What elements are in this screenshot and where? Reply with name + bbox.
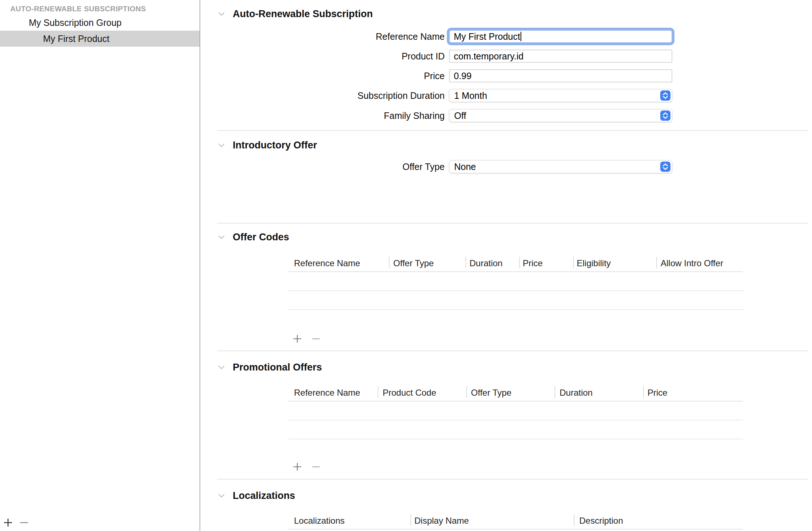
offer-type-popup[interactable]: None bbox=[449, 160, 672, 173]
column-divider bbox=[573, 257, 574, 268]
reference-name-value: My First Product bbox=[454, 31, 520, 42]
section-divider bbox=[217, 479, 808, 480]
family-sharing-value: Off bbox=[454, 111, 466, 121]
section-title-promotional-offers: Promotional Offers bbox=[233, 362, 322, 373]
section-title-introductory-offer: Introductory Offer bbox=[233, 140, 317, 151]
section-divider bbox=[217, 223, 808, 224]
table-row bbox=[289, 291, 743, 310]
subscription-duration-popup[interactable]: 1 Month bbox=[449, 89, 672, 102]
remove-product-button[interactable] bbox=[19, 517, 30, 528]
column-header[interactable]: Eligibility bbox=[577, 255, 611, 271]
sidebar-item-label: My First Product bbox=[43, 34, 109, 44]
price-input[interactable]: 0.99 bbox=[449, 69, 672, 82]
column-divider bbox=[378, 386, 378, 398]
sidebar-item-my-subscription-group[interactable]: My Subscription Group bbox=[0, 15, 200, 31]
column-divider bbox=[519, 257, 520, 268]
section-title-offer-codes: Offer Codes bbox=[233, 232, 289, 243]
sidebar-item-label: My Subscription Group bbox=[29, 18, 121, 28]
plus-icon bbox=[292, 339, 302, 345]
popup-stepper-icon bbox=[660, 90, 670, 101]
minus-icon bbox=[311, 339, 321, 345]
column-header[interactable]: Offer Type bbox=[471, 385, 511, 401]
offer-type-value: None bbox=[454, 162, 476, 172]
column-header[interactable]: Localizations bbox=[294, 513, 345, 529]
remove-promotional-offer-button[interactable] bbox=[311, 462, 321, 472]
column-header[interactable]: Duration bbox=[469, 255, 503, 271]
offer-codes-table-header: Reference Name Offer Type Duration Price… bbox=[289, 255, 743, 272]
add-offer-code-button[interactable] bbox=[292, 334, 302, 344]
collapse-localizations-chevron-down-icon[interactable] bbox=[217, 491, 226, 500]
reference-name-input[interactable]: My First Product bbox=[449, 30, 672, 43]
minus-icon bbox=[19, 523, 30, 529]
collapse-offer-codes-chevron-down-icon[interactable] bbox=[217, 233, 226, 241]
add-promotional-offer-button[interactable] bbox=[292, 462, 302, 472]
column-divider bbox=[656, 257, 657, 268]
popup-stepper-icon bbox=[660, 162, 670, 172]
column-header[interactable]: Price bbox=[647, 385, 668, 401]
column-header[interactable]: Reference Name bbox=[294, 255, 360, 271]
table-row bbox=[289, 420, 743, 439]
collapse-intro-offer-chevron-down-icon[interactable] bbox=[217, 141, 226, 150]
column-divider bbox=[466, 386, 467, 398]
reference-name-label: Reference Name bbox=[201, 30, 445, 43]
column-divider bbox=[554, 386, 555, 398]
product-id-label: Product ID bbox=[201, 50, 445, 63]
column-header[interactable]: Duration bbox=[560, 385, 593, 401]
section-title-localizations: Localizations bbox=[233, 490, 295, 501]
table-row bbox=[289, 272, 743, 291]
sidebar-item-my-first-product[interactable]: My First Product bbox=[0, 31, 200, 47]
column-divider bbox=[465, 257, 466, 268]
section-divider bbox=[217, 350, 808, 351]
column-header[interactable]: Description bbox=[579, 513, 623, 529]
column-header[interactable]: Display Name bbox=[414, 513, 469, 529]
column-header[interactable]: Price bbox=[523, 255, 543, 271]
product-id-input[interactable]: com.temporary.id bbox=[449, 50, 672, 63]
column-divider bbox=[389, 257, 390, 268]
add-product-button[interactable] bbox=[3, 517, 13, 528]
price-label: Price bbox=[201, 69, 445, 82]
text-cursor bbox=[521, 32, 521, 41]
column-header[interactable]: Reference Name bbox=[294, 385, 360, 401]
collapse-subscription-chevron-down-icon[interactable] bbox=[217, 9, 226, 18]
family-sharing-label: Family Sharing bbox=[201, 109, 445, 122]
promotional-offers-table-header: Reference Name Product Code Offer Type D… bbox=[289, 385, 743, 402]
column-divider bbox=[643, 386, 644, 398]
subscription-duration-value: 1 Month bbox=[454, 90, 487, 101]
column-header[interactable]: Allow Intro Offer bbox=[661, 255, 723, 271]
collapse-promotional-offers-chevron-down-icon[interactable] bbox=[217, 363, 226, 372]
price-value: 0.99 bbox=[454, 71, 472, 81]
offer-type-label: Offer Type bbox=[201, 160, 445, 173]
table-row bbox=[289, 402, 743, 420]
family-sharing-popup[interactable]: Off bbox=[449, 109, 672, 122]
sidebar-group-header: AUTO-RENEWABLE SUBSCRIPTIONS bbox=[10, 5, 146, 13]
localizations-table-header: Localizations Display Name Description bbox=[289, 513, 743, 530]
column-header[interactable]: Offer Type bbox=[393, 255, 434, 271]
section-title-subscription: Auto-Renewable Subscription bbox=[233, 8, 373, 19]
plus-icon bbox=[3, 523, 13, 529]
remove-offer-code-button[interactable] bbox=[311, 334, 321, 344]
plus-icon bbox=[292, 467, 302, 473]
section-divider bbox=[217, 130, 808, 131]
popup-stepper-icon bbox=[660, 111, 670, 121]
subscription-duration-label: Subscription Duration bbox=[201, 89, 445, 102]
sidebar: AUTO-RENEWABLE SUBSCRIPTIONS My Subscrip… bbox=[0, 0, 200, 531]
product-id-value: com.temporary.id bbox=[454, 51, 523, 61]
column-divider bbox=[574, 514, 575, 526]
column-divider bbox=[410, 514, 411, 526]
editor-pane: Auto-Renewable Subscription Reference Na… bbox=[201, 0, 812, 531]
minus-icon bbox=[311, 467, 321, 473]
column-header[interactable]: Product Code bbox=[383, 385, 436, 401]
